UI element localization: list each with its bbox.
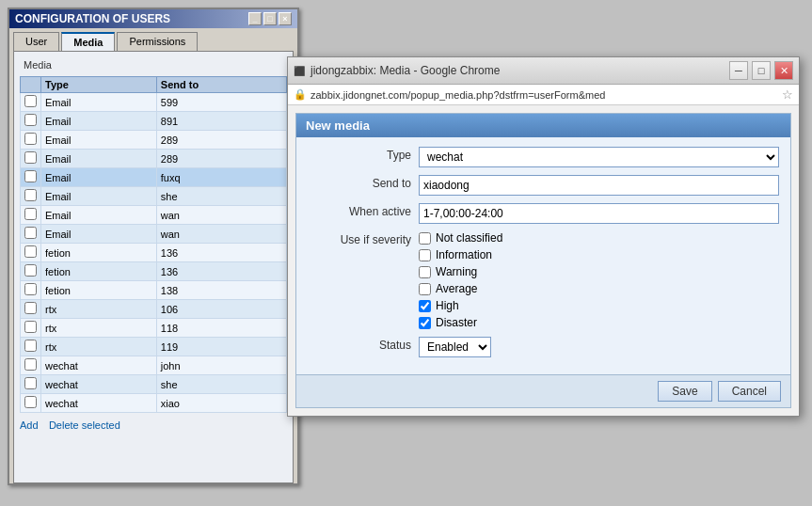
checkbox-high[interactable]: High [419,299,779,312]
row-type: rtx [41,319,157,338]
row-type: fetion [41,262,157,281]
row-checkbox[interactable] [24,396,37,408]
row-type: Email [41,112,157,131]
footer-links: Add Delete selected [20,419,287,432]
table-row[interactable]: rtx 118 [21,319,287,338]
row-checkbox[interactable] [24,245,37,258]
row-sendto: wan [156,206,286,225]
row-sendto: wan [156,225,286,244]
type-control: Email SMS Jabber wechat fetion rtx [419,147,779,167]
cb-average-label: Average [436,282,477,295]
cb-high[interactable] [419,300,431,312]
form-title: New media [296,114,790,137]
cb-disaster[interactable] [419,317,431,329]
chrome-minimize-btn[interactable]: ─ [729,61,748,80]
row-checkbox[interactable] [24,114,37,126]
table-row[interactable]: Email 289 [21,131,287,150]
chrome-window: ⬛ jidongzabbix: Media - Google Chrome ─ … [287,56,800,417]
whenactive-label: When active [308,203,411,218]
table-row[interactable]: Email 289 [21,150,287,168]
row-type: Email [41,206,157,225]
row-checkbox[interactable] [24,377,37,389]
row-checkbox[interactable] [24,340,37,352]
checkbox-average[interactable]: Average [419,282,779,295]
cancel-button[interactable]: Cancel [718,381,781,402]
row-checkbox[interactable] [24,95,37,107]
tab-user[interactable]: User [13,32,59,51]
row-checkbox[interactable] [24,264,37,277]
status-label: Status [308,337,411,352]
config-tabs: User Media Permissions [9,28,297,51]
sendto-input[interactable] [419,175,779,196]
row-type: wechat [41,356,157,375]
row-checkbox-cell [21,300,41,319]
row-checkbox[interactable] [24,133,37,145]
cb-information[interactable] [419,249,431,261]
cb-not-classified[interactable] [419,232,431,245]
cb-high-label: High [436,299,459,312]
checkbox-warning[interactable]: Warning [419,265,779,278]
row-checkbox-cell [21,281,41,300]
table-row[interactable]: fetion 136 [21,262,287,281]
checkbox-disaster[interactable]: Disaster [419,316,779,329]
row-checkbox-cell [21,225,41,244]
chrome-close-btn[interactable]: ✕ [774,61,793,80]
row-checkbox-cell [21,150,41,168]
fav-icon: ⬛ [294,66,305,76]
maximize-btn[interactable]: □ [263,12,277,25]
row-sendto: 891 [156,112,286,131]
row-type: Email [41,168,157,187]
row-checkbox[interactable] [24,208,37,220]
minimize-btn[interactable]: _ [248,12,262,25]
row-type: Email [41,131,157,150]
delete-selected-link[interactable]: Delete selected [49,419,120,431]
row-sendto: 136 [156,262,286,281]
media-label: Media [24,59,52,71]
cb-warning[interactable] [419,266,431,278]
checkbox-not-classified[interactable]: Not classified [419,231,779,245]
checkbox-information[interactable]: Information [419,248,779,261]
col-sendto: Send to [156,77,286,93]
status-select[interactable]: Enabled Disabled [419,337,491,357]
table-row[interactable]: wechat she [21,375,287,394]
add-link[interactable]: Add [20,419,39,431]
row-checkbox[interactable] [24,302,37,314]
row-checkbox-cell [21,319,41,338]
page-icon: 🔒 [294,88,307,101]
row-checkbox[interactable] [24,321,37,333]
table-row[interactable]: Email 599 [21,93,287,112]
severity-checkboxes: Not classified Information Warning Avera… [419,231,779,329]
chrome-maximize-btn[interactable]: □ [752,61,771,80]
table-row[interactable]: Email wan [21,225,287,244]
row-checkbox[interactable] [24,189,37,201]
table-row[interactable]: wechat john [21,356,287,375]
table-row[interactable]: Email wan [21,206,287,225]
table-row[interactable]: Email she [21,187,287,206]
table-row[interactable]: rtx 119 [21,338,287,356]
cb-average[interactable] [419,283,431,295]
save-button[interactable]: Save [658,381,711,402]
row-checkbox[interactable] [24,358,37,371]
row-checkbox[interactable] [24,170,37,182]
table-row[interactable]: wechat xiao [21,394,287,413]
table-row[interactable]: Email 891 [21,112,287,131]
table-row[interactable]: Email fuxq [21,168,287,187]
close-btn[interactable]: × [279,12,292,25]
table-row[interactable]: fetion 138 [21,281,287,300]
col-type: Type [41,77,157,93]
table-row[interactable]: fetion 136 [21,244,287,262]
whenactive-input[interactable] [419,203,779,224]
table-row[interactable]: rtx 106 [21,300,287,319]
row-sendto: 289 [156,150,286,168]
row-checkbox[interactable] [24,151,37,164]
media-header: Media [20,57,287,72]
row-sendto: 106 [156,300,286,319]
row-checkbox[interactable] [24,227,37,239]
row-checkbox[interactable] [24,283,37,295]
tab-media[interactable]: Media [61,32,115,51]
type-select[interactable]: Email SMS Jabber wechat fetion rtx [419,147,779,167]
row-type: wechat [41,375,157,394]
row-type: fetion [41,281,157,300]
tab-permissions[interactable]: Permissions [117,32,198,51]
bookmark-icon[interactable]: ☆ [782,87,793,102]
